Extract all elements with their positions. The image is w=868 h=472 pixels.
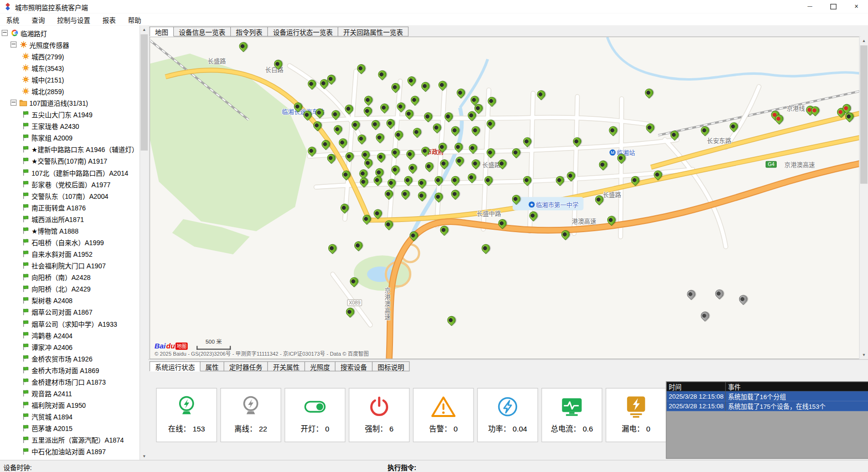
event-row-1[interactable]: 2025/3/28 12:15:08系统加载了175个设备，在线153个	[667, 401, 868, 411]
tree-item-1-25[interactable]: 福利院对面 A1950	[0, 399, 140, 411]
map-marker-online[interactable]	[362, 105, 373, 117]
tree-item-0-2[interactable]: 城中(2151)	[0, 74, 140, 85]
map-marker-online[interactable]	[352, 239, 364, 251]
tree-item-1-16[interactable]: 梨树巷 A2408	[0, 294, 140, 306]
map-marker-online[interactable]	[438, 158, 449, 169]
bottom-tab-3[interactable]: 开关属性	[267, 361, 305, 372]
map-marker-online[interactable]	[386, 177, 397, 189]
tree-item-1-10[interactable]: ★博物馆 A1888	[0, 225, 140, 236]
map-marker-online[interactable]	[325, 152, 337, 164]
map-marker-online[interactable]	[390, 164, 401, 175]
map-marker-online[interactable]	[496, 158, 508, 169]
map-marker-offline[interactable]	[713, 288, 725, 299]
close-button[interactable]: ×	[845, 0, 868, 14]
map-marker-online[interactable]	[348, 276, 360, 287]
tree-item-1-28[interactable]: 五里派出所（富源汽配）A1874	[0, 434, 140, 445]
tree-item-1-11[interactable]: 石咀桥（自来水）A1999	[0, 236, 140, 248]
map-marker-online[interactable]	[643, 87, 655, 98]
map-marker-online[interactable]	[403, 108, 415, 119]
map-marker-online[interactable]	[378, 102, 390, 113]
tree-item-1-15[interactable]: 向阳桥（北）A2429	[0, 283, 140, 294]
tree-item-1-29[interactable]: 中石化加油站对面 A1897	[0, 445, 140, 457]
map-marker-online[interactable]	[593, 194, 605, 205]
status-card-7[interactable]: 漏电： 0	[605, 388, 666, 442]
menu-item-2[interactable]: 控制与设置	[51, 14, 97, 26]
map-marker-online[interactable]	[443, 111, 454, 122]
tree-item-1-2[interactable]: 陈家组 A2009	[0, 132, 140, 143]
map-marker-online[interactable]	[699, 125, 711, 136]
map-marker-online[interactable]	[565, 170, 576, 181]
tree-item-1-22[interactable]: 金桥大市场对面 A1869	[0, 364, 140, 376]
status-card-0[interactable]: 在线： 153	[156, 388, 217, 442]
tree-item-1-20[interactable]: 谭家冲 A2406	[0, 341, 140, 352]
map-marker-online[interactable]	[306, 78, 317, 90]
map-marker-online[interactable]	[521, 136, 532, 147]
tree-group-0[interactable]: 光照度传感器	[0, 39, 140, 50]
map-marker-online[interactable]	[372, 208, 383, 219]
map-marker-online[interactable]	[390, 81, 401, 93]
tree-item-1-19[interactable]: 鸿鹳巷 A2404	[0, 329, 140, 341]
map-marker-online[interactable]	[411, 126, 422, 138]
map-scrollbar[interactable]: ▲ ▼	[859, 37, 868, 360]
map-marker-online[interactable]	[383, 188, 394, 200]
map-marker-online[interactable]	[615, 152, 627, 164]
map-marker-offline[interactable]	[737, 293, 749, 305]
map-marker-online[interactable]	[362, 94, 374, 106]
map-marker-online[interactable]	[343, 151, 355, 162]
event-row-0[interactable]: 2025/3/28 12:15:08系统加载了16个分组	[667, 391, 868, 402]
map-marker-online[interactable]	[343, 103, 354, 114]
tree-item-0-3[interactable]: 城北(2859)	[0, 85, 140, 97]
menu-item-4[interactable]: 帮助	[122, 14, 147, 26]
map-tab-2[interactable]: 指令列表	[230, 27, 268, 37]
map-marker-online[interactable]	[375, 151, 387, 163]
map-scroll-thumb[interactable]	[860, 45, 868, 184]
map-marker-offline[interactable]	[685, 288, 697, 300]
map-tab-0[interactable]: 地图	[150, 27, 174, 37]
maximize-button[interactable]	[822, 0, 845, 14]
map-marker-online[interactable]	[644, 122, 656, 133]
tree-item-1-24[interactable]: 观音路 A2411	[0, 388, 140, 399]
map-marker-online[interactable]	[402, 174, 414, 186]
bottom-tab-4[interactable]: 光照度	[305, 361, 336, 372]
map-marker-online[interactable]	[629, 174, 641, 186]
map-marker-online[interactable]	[313, 107, 325, 118]
map-marker-online[interactable]	[467, 142, 478, 154]
tree-item-1-17[interactable]: 烟草公司对面 A1867	[0, 306, 140, 318]
map-canvas[interactable]: 长盛路长白路临湘长途汽车站市政府长盛路M临湘站长安东路京港线G4京港澳高速长盛中…	[150, 37, 861, 360]
map-marker-online[interactable]	[344, 306, 356, 318]
map-marker-online[interactable]	[390, 147, 401, 158]
map-marker-online[interactable]	[332, 124, 343, 135]
tree-item-1-26[interactable]: 汽贸城 A1894	[0, 411, 140, 422]
map-marker-online[interactable]	[383, 219, 394, 230]
tree-item-1-9[interactable]: 城西派出所A1871	[0, 213, 140, 224]
tree-item-0-1[interactable]: 城东(3543)	[0, 62, 140, 73]
map-marker-online[interactable]	[445, 314, 457, 326]
bottom-tab-1[interactable]: 属性	[200, 361, 224, 372]
tree-item-1-3[interactable]: ★建新中路路口东 A1946（辅道灯）	[0, 143, 140, 155]
map-marker-online[interactable]	[416, 190, 428, 201]
map-marker-online[interactable]	[470, 158, 481, 169]
tree-item-1-6[interactable]: 彭家巷（党校后面）A1977	[0, 178, 140, 190]
tree-expander-icon[interactable]	[1, 30, 8, 36]
map-marker-online[interactable]	[376, 69, 388, 80]
map-marker-online[interactable]	[407, 230, 419, 241]
map-marker-online[interactable]	[338, 202, 350, 213]
map-marker-online[interactable]	[374, 132, 385, 143]
tree-item-1-5[interactable]: 107北（建新中路路口西）A2014	[0, 167, 140, 178]
map-marker-offline[interactable]	[699, 310, 711, 321]
map-marker-online[interactable]	[406, 75, 417, 86]
map-marker-online[interactable]	[361, 213, 372, 224]
tree-item-1-7[interactable]: 交警队东（107南）A2004	[0, 190, 140, 201]
map-marker-online[interactable]	[485, 118, 496, 129]
map-marker-online[interactable]	[486, 95, 497, 107]
map-marker-online[interactable]	[605, 214, 617, 226]
map-marker-online[interactable]	[311, 120, 323, 131]
map-marker-online[interactable]	[384, 117, 396, 129]
map-tab-3[interactable]: 设备运行状态一览表	[267, 27, 338, 37]
map-marker-online[interactable]	[420, 80, 431, 92]
map-marker-online[interactable]	[355, 62, 366, 74]
map-marker-online[interactable]	[466, 171, 477, 183]
map-marker-online[interactable]	[449, 188, 461, 200]
map-marker-online[interactable]	[485, 147, 496, 158]
map-marker-online[interactable]	[652, 169, 663, 180]
